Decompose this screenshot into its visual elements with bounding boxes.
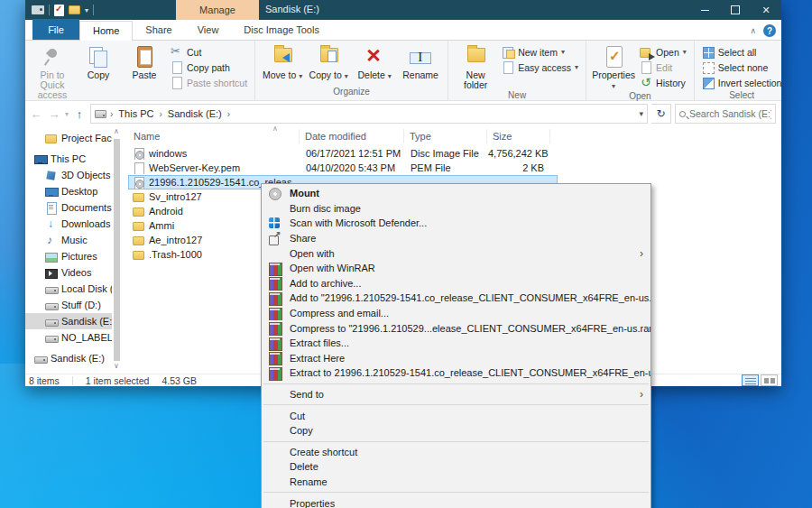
menu-item-mount[interactable]: Mount › xyxy=(262,186,651,201)
properties-shortcut-icon[interactable] xyxy=(54,5,64,16)
back-icon[interactable]: ← xyxy=(29,107,43,121)
copy-path-button[interactable]: Copy path xyxy=(168,60,250,75)
ribbon-tab-row: File Home Share View Disc Image Tools ∧ … xyxy=(25,20,781,41)
menu-item-delete[interactable]: Delete › xyxy=(262,459,651,475)
menu-item-open-with-winrar[interactable]: Open with WinRAR › xyxy=(262,261,651,276)
pin-to-quick-access-button[interactable]: Pin to Quick access xyxy=(30,43,75,100)
sidebar-item-desktop[interactable]: Desktop xyxy=(25,183,112,199)
sidebar-item-this-pc[interactable]: This PC xyxy=(25,151,112,167)
sidebar-item-local-disk-c-[interactable]: Local Disk (C:) xyxy=(25,281,112,297)
file-row[interactable]: windows 06/17/2021 12:51 PM Disc Image F… xyxy=(128,146,558,161)
menu-item-compress-and-email-[interactable]: Compress and email... › xyxy=(262,306,651,321)
menu-item-properties[interactable]: Properties › xyxy=(262,495,651,508)
menu-item-scan-with-microsoft-defender-[interactable]: Scan with Microsoft Defender... › xyxy=(262,216,651,231)
move-to-button[interactable]: Move to ▾ xyxy=(260,43,305,81)
invert-selection-button[interactable]: Invert selection xyxy=(699,75,785,90)
collapse-ribbon-icon[interactable]: ∧ xyxy=(750,26,756,35)
new-folder-button[interactable]: New folder xyxy=(453,43,498,90)
new-folder-shortcut-icon[interactable] xyxy=(69,5,80,14)
sidebar-item-sandisk-e-[interactable]: Sandisk (E:) xyxy=(25,313,112,329)
sidebar-item-music[interactable]: Music xyxy=(25,232,112,248)
easy-access-button[interactable]: Easy access▾ xyxy=(499,60,581,75)
minimize-button[interactable] xyxy=(689,0,720,20)
help-icon[interactable]: ? xyxy=(763,24,776,37)
explorer-app-icon xyxy=(32,5,44,14)
folder-icon xyxy=(133,251,144,260)
search-box[interactable] xyxy=(675,104,776,124)
menu-item-send-to[interactable]: Send to › xyxy=(262,387,651,402)
menu-item-rename[interactable]: Rename › xyxy=(262,475,651,490)
menu-item-compress-to-21996-1-210529-elease-client[interactable]: Compress to "21996.1.210529...elease_CLI… xyxy=(262,320,651,336)
address-dropdown-icon[interactable]: ▾ xyxy=(639,109,643,118)
paste-shortcut-button[interactable]: Paste shortcut xyxy=(168,75,250,90)
column-header-date-modified[interactable]: Date modified xyxy=(300,129,404,143)
tab-disc-image-tools[interactable]: Disc Image Tools xyxy=(231,21,332,40)
item-count: 8 items xyxy=(29,375,60,386)
large-icons-view-button[interactable] xyxy=(761,374,778,386)
sidebar-item-project-face-mar[interactable]: Project Face Mar xyxy=(25,130,112,146)
menu-item-cut[interactable]: Cut › xyxy=(262,408,651,423)
breadcrumb-this-pc[interactable]: This PC xyxy=(116,108,155,119)
properties-button[interactable]: Properties ▾ xyxy=(591,43,636,91)
title-bar[interactable]: ▾ Manage Sandisk (E:) xyxy=(25,0,781,20)
sidebar-scrollbar[interactable]: ∧ ∨ xyxy=(112,126,121,374)
copy-button[interactable]: Copy xyxy=(76,43,121,80)
tab-view[interactable]: View xyxy=(185,21,232,40)
sidebar-item-stuff-d-[interactable]: Stuff (D:) xyxy=(25,297,112,313)
menu-item-extract-to-21996-1-210529-1541-co-releas[interactable]: Extract to 21996.1.210529-1541.co_releas… xyxy=(262,365,651,381)
menu-item-extract-here[interactable]: Extract Here › xyxy=(262,351,651,366)
sidebar-item-videos[interactable]: Videos xyxy=(25,264,112,281)
edit-button[interactable]: Edit xyxy=(637,60,689,75)
maximize-button[interactable] xyxy=(720,0,751,20)
menu-item-burn-disc-image[interactable]: Burn disc image › xyxy=(262,201,651,217)
forward-icon[interactable]: → xyxy=(47,107,61,121)
menu-item-add-to-archive-[interactable]: Add to archive... › xyxy=(262,276,651,291)
breadcrumb-sandisk-e[interactable]: Sandisk (E:) xyxy=(166,108,224,119)
cut-button[interactable]: Cut xyxy=(168,44,250,60)
column-header-size[interactable]: Size xyxy=(487,129,550,143)
refresh-icon[interactable]: ↻ xyxy=(651,104,671,124)
delete-button[interactable]: Delete ▾ xyxy=(352,43,397,81)
sidebar-item-3d-objects[interactable]: 3D Objects xyxy=(25,167,112,183)
submenu-arrow-icon: › xyxy=(640,247,643,260)
tab-home[interactable]: Home xyxy=(79,21,133,41)
menu-item-open-with[interactable]: Open with › xyxy=(262,245,651,261)
new-item-button[interactable]: New item▾ xyxy=(499,44,581,60)
paste-button[interactable]: Paste xyxy=(122,43,167,80)
column-header-type[interactable]: Type xyxy=(404,129,487,143)
manage-contextual-tab[interactable]: Manage xyxy=(176,0,259,20)
sidebar-item-sandisk-e-[interactable]: Sandisk (E:) xyxy=(25,350,112,366)
history-button[interactable]: History xyxy=(637,75,689,90)
menu-item-add-to-21996-1-210529-1541-co-release-cl[interactable]: Add to "21996.1.210529-1541.co_release_C… xyxy=(262,291,651,306)
menu-item-share[interactable]: Share › xyxy=(262,231,651,246)
menu-separator xyxy=(263,383,649,384)
tab-file[interactable]: File xyxy=(32,19,79,40)
sidebar-item-pictures[interactable]: Pictures xyxy=(25,248,112,264)
menu-item-create-shortcut[interactable]: Create shortcut › xyxy=(262,445,651,460)
menu-item-extract-files-[interactable]: Extract files... › xyxy=(262,336,651,351)
scroll-up-icon[interactable]: ∧ xyxy=(114,128,119,137)
scroll-down-icon[interactable]: ∨ xyxy=(114,363,119,372)
search-input[interactable] xyxy=(689,108,771,119)
details-view-button[interactable] xyxy=(742,374,759,386)
select-all-button[interactable]: Select all xyxy=(699,44,785,60)
tab-share[interactable]: Share xyxy=(133,21,184,40)
sidebar-item-documents[interactable]: Documents xyxy=(25,199,112,216)
scrollbar-thumb[interactable] xyxy=(114,139,120,361)
select-none-button[interactable]: Select none xyxy=(699,60,785,75)
winrar-icon xyxy=(268,321,281,335)
customize-qat-arrow-icon[interactable]: ▾ xyxy=(85,6,88,14)
menu-item-copy[interactable]: Copy › xyxy=(262,423,651,439)
rename-button[interactable]: Rename xyxy=(398,43,443,80)
close-button[interactable] xyxy=(751,0,781,20)
copy-path-icon xyxy=(171,61,183,74)
edit-icon xyxy=(640,61,652,74)
sidebar-item-downloads[interactable]: Downloads xyxy=(25,216,112,232)
up-icon[interactable]: ↑ xyxy=(72,107,87,121)
copy-to-button[interactable]: Copy to ▾ xyxy=(306,43,351,81)
recent-locations-icon[interactable]: ▾ xyxy=(65,110,69,118)
file-row[interactable]: WebServer-Key.pem 04/10/2020 5:43 PM PEM… xyxy=(128,161,558,175)
sidebar-item-no-label-f-[interactable]: NO_LABEL (F:) xyxy=(25,329,112,346)
open-button[interactable]: Open▾ xyxy=(637,44,689,60)
breadcrumb[interactable]: › This PC › Sandisk (E:) › ▾ xyxy=(90,104,648,124)
